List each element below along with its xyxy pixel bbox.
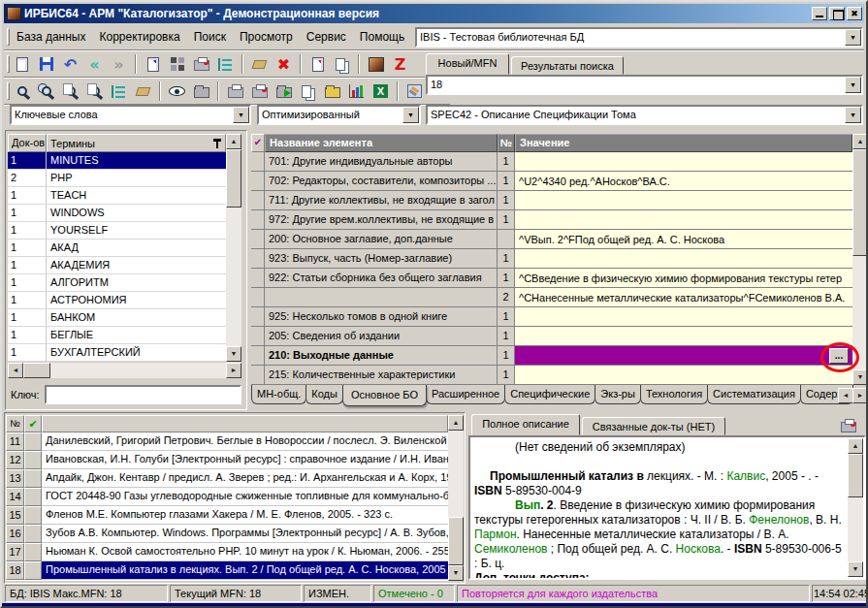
terms-hscroll-thumb[interactable] (23, 363, 50, 378)
term-row[interactable]: 1 АСТРОНОМИЯ (8, 292, 226, 309)
view-record-icon[interactable] (165, 80, 189, 103)
field-check-cell[interactable] (251, 210, 265, 230)
term-text-cell[interactable]: АКАДЕМИЯ (47, 257, 226, 274)
delete-record-icon[interactable]: ✖ (272, 52, 296, 76)
term-row[interactable]: 1 АКАД (8, 240, 226, 257)
worksheet-tab[interactable]: Систематизация (707, 385, 801, 404)
menu-item[interactable]: Сервис (300, 27, 353, 47)
terms-scroll-right-button[interactable]: ► (226, 363, 241, 378)
result-row[interactable]: 18 Промышленный катализ в лекциях. Вып. … (6, 561, 448, 580)
term-text-cell[interactable]: БУХГАЛТЕРСКИЙ (47, 344, 226, 362)
field-check-cell[interactable] (251, 230, 265, 249)
result-text-cell[interactable]: Ивановская, И.Н. Голуби [Электронный рес… (42, 451, 448, 469)
field-row[interactable]: 2 ^СНанесенные металлические катализатор… (251, 288, 852, 307)
prev-record-icon[interactable]: « (82, 52, 107, 76)
field-row[interactable]: 210: Выходные данные 1 ... (251, 346, 852, 366)
description-vscroll-thumb[interactable] (848, 454, 863, 497)
excel-icon[interactable] (369, 80, 393, 103)
maximize-button[interactable] (829, 7, 845, 20)
fields-scroll-down-button[interactable]: ▼ (852, 369, 868, 385)
result-text-cell[interactable]: Зубов А.В. Компьютер. Windows. Программы… (42, 525, 448, 543)
field-check-cell[interactable] (251, 172, 265, 191)
field-row[interactable]: 200: Основное заглавие, доп.данные ^VВып… (251, 230, 852, 249)
field-name-cell[interactable]: 702: Редакторы, составители, композиторы… (265, 172, 498, 191)
term-row[interactable]: 2 PHP (8, 170, 226, 187)
fields-header-name[interactable]: Название элемента (265, 134, 498, 152)
field-value-cell[interactable] (515, 249, 852, 269)
field-value-cell[interactable] (515, 307, 852, 327)
worksheet-tab[interactable]: Коды (305, 385, 343, 404)
worksheet-tab[interactable]: МН-общ. (251, 385, 306, 404)
field-name-cell[interactable] (265, 288, 498, 307)
menu-item[interactable]: Корректировка (92, 27, 186, 47)
field-value-cell[interactable] (515, 152, 852, 172)
term-text-cell[interactable]: TEACH (47, 187, 226, 205)
worksheet-tab[interactable]: Расширенное (426, 385, 505, 404)
search-terms-icon[interactable] (58, 80, 82, 103)
export-icon[interactable] (272, 80, 296, 103)
copy-record-icon[interactable] (330, 52, 354, 76)
dictionary-combo[interactable]: Ключевые слова ▼ (10, 105, 251, 125)
tree-edit-icon[interactable] (213, 52, 238, 76)
print-form-icon[interactable] (247, 80, 272, 103)
field-check-cell[interactable] (251, 288, 265, 307)
field-name-cell[interactable]: 200: Основное заглавие, доп.данные (265, 230, 498, 249)
results-scroll-down-button[interactable]: ▼ (448, 565, 464, 581)
fields-header-num[interactable]: № (498, 134, 515, 152)
worksheet-combo-dropdown-button[interactable]: ▼ (845, 107, 861, 123)
database-combo-value[interactable]: IBIS - Тестовая библиотечная БД (417, 29, 845, 46)
field-value-cell[interactable]: ... (515, 346, 852, 366)
result-text-cell[interactable]: Апдайк, Джон. Кентавр / предисл. А. Звер… (42, 469, 448, 488)
field-check-cell[interactable] (251, 366, 265, 385)
new-by-copy-icon[interactable] (141, 52, 165, 76)
field-name-cell[interactable]: 215: Количественные характеристики (265, 366, 498, 385)
field-row[interactable]: 711: Другие коллективы, не входящие в за… (251, 191, 852, 210)
field-check-cell[interactable] (251, 307, 265, 327)
result-row[interactable]: 14 ГОСТ 20448-90 Газы углеводородные сжи… (6, 488, 448, 506)
fields-header-check-icon[interactable]: ✔ (251, 134, 265, 152)
result-text-cell[interactable]: Фленов М.Е. Компьютер глазами Хакера / М… (42, 506, 448, 525)
results-scroll-up-button[interactable]: ▲ (448, 415, 464, 431)
results-header-check-icon[interactable]: ✔ (24, 415, 42, 432)
print-description-icon[interactable] (836, 414, 860, 437)
result-check-cell[interactable] (24, 506, 42, 525)
field-name-cell[interactable]: 701: Другие индивидуальные авторы (265, 152, 498, 172)
result-row[interactable]: 15 Фленов М.Е. Компьютер глазами Хакера … (6, 506, 448, 525)
worksheet-combo-value[interactable]: SPEC42 - Описание Спецификации Тома (428, 107, 845, 123)
description-vscrollbar[interactable]: ▲ ▼ (848, 438, 863, 577)
field-check-cell[interactable] (251, 327, 265, 346)
result-row[interactable]: 13 Апдайк, Джон. Кентавр / предисл. А. З… (6, 469, 448, 488)
field-value-cell[interactable]: ^СНанесенные металлические катализаторы^… (515, 288, 852, 307)
term-text-cell[interactable]: АСТРОНОМИЯ (47, 292, 226, 309)
term-text-cell[interactable]: PHP (47, 170, 226, 187)
term-text-cell[interactable]: АЛГОРИТМ (47, 274, 226, 292)
save-record-icon[interactable] (34, 52, 58, 76)
view-mode-combo-dropdown-button[interactable]: ▼ (402, 107, 419, 123)
search-tree-icon[interactable] (107, 80, 131, 103)
field-value-cell[interactable] (515, 366, 852, 385)
field-row[interactable]: 702: Редакторы, составители, композиторы… (251, 172, 852, 191)
minimize-button[interactable] (812, 7, 827, 20)
field-check-cell[interactable] (251, 249, 265, 269)
view-mode-combo[interactable]: Оптимизированный ▼ (257, 105, 421, 125)
term-row[interactable]: 1 MINUTES (8, 152, 226, 170)
import-icon[interactable] (320, 80, 344, 103)
print-record-icon[interactable] (189, 52, 213, 76)
term-text-cell[interactable]: БЕГЛЫЕ (47, 327, 226, 344)
term-row[interactable]: 1 WINDOWS (8, 205, 226, 222)
field-check-cell[interactable] (251, 191, 265, 210)
term-text-cell[interactable]: YOURSELF (47, 222, 226, 240)
result-row[interactable]: 11 Данилевский, Григорий Петрович. Беглы… (6, 432, 448, 451)
field-value-cell[interactable] (515, 191, 852, 210)
refresh-dictionary-icon[interactable] (131, 80, 155, 103)
menu-item[interactable]: База данных (10, 27, 92, 47)
terms-hscrollbar[interactable]: ◄ ► (8, 363, 241, 378)
terms-vscrollbar[interactable]: ▲ ▼ (226, 134, 241, 362)
database-combo-dropdown-button[interactable]: ▼ (845, 29, 861, 46)
terms-scroll-left-button[interactable]: ◄ (8, 363, 23, 378)
worksheet-combo[interactable]: SPEC42 - Описание Спецификации Тома ▼ (426, 105, 863, 125)
undo-icon[interactable]: ↶ (58, 52, 82, 76)
z3950-icon[interactable]: Z (388, 52, 412, 76)
irbis-logo-icon[interactable] (364, 52, 388, 76)
menu-item[interactable]: Поиск (187, 27, 233, 47)
